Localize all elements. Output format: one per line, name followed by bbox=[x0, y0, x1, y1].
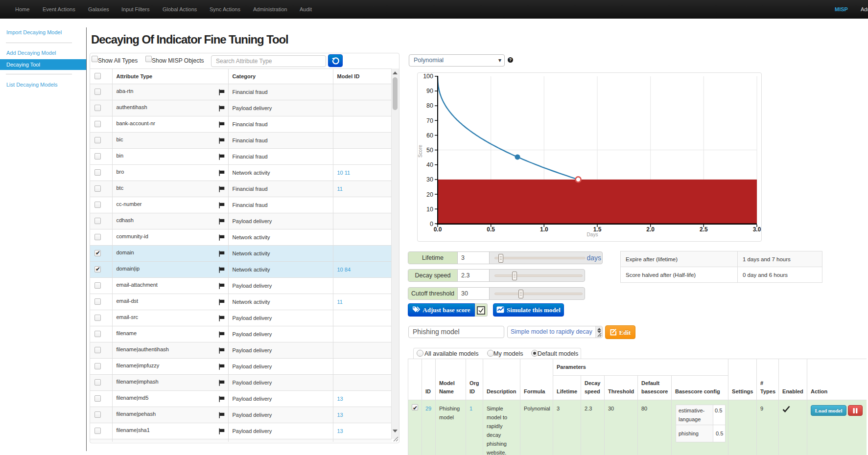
svg-text:90: 90 bbox=[426, 88, 433, 94]
svg-text:80: 80 bbox=[426, 102, 433, 109]
svg-text:1.0: 1.0 bbox=[540, 226, 548, 233]
svg-text:2.0: 2.0 bbox=[646, 226, 655, 233]
svg-text:10: 10 bbox=[426, 206, 433, 213]
svg-text:50: 50 bbox=[426, 147, 433, 154]
svg-text:70: 70 bbox=[426, 117, 433, 124]
svg-text:2.5: 2.5 bbox=[700, 226, 708, 233]
svg-text:0.5: 0.5 bbox=[487, 226, 495, 233]
svg-text:0: 0 bbox=[430, 221, 433, 228]
svg-text:30: 30 bbox=[426, 176, 433, 183]
svg-text:100: 100 bbox=[423, 73, 433, 80]
svg-text:20: 20 bbox=[426, 191, 433, 198]
svg-text:60: 60 bbox=[426, 132, 433, 139]
svg-text:Days: Days bbox=[587, 232, 598, 237]
svg-text:40: 40 bbox=[426, 161, 433, 168]
svg-text:Score: Score bbox=[418, 145, 423, 158]
svg-text:0.0: 0.0 bbox=[434, 226, 442, 233]
svg-text:3.0: 3.0 bbox=[753, 226, 761, 233]
